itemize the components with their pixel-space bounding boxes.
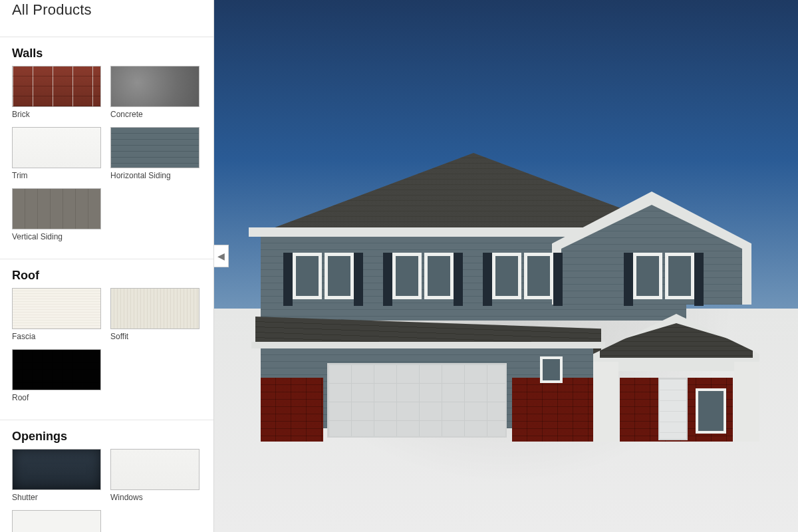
shutter	[694, 253, 704, 306]
section-title: Walls	[12, 47, 201, 61]
swatch-brick[interactable]: Brick	[12, 66, 101, 124]
chevron-left-icon: ◀	[217, 251, 225, 261]
window	[665, 253, 694, 299]
garage-door	[327, 363, 507, 438]
swatch-concrete[interactable]: Concrete	[110, 66, 200, 124]
window	[392, 253, 422, 299]
swatch-thumb	[12, 127, 101, 168]
swatch-thumb	[12, 510, 101, 532]
shutter	[383, 253, 392, 306]
product-sidebar: All Products WallsBrickConcreteTrimHoriz…	[0, 0, 214, 532]
swatch-label: Soffit	[110, 332, 200, 341]
swatch-trim[interactable]: Trim	[12, 127, 101, 186]
swatch-thumb	[12, 66, 101, 107]
section-roof: RoofFasciaSoffitRoof	[0, 259, 213, 420]
swatch-thumb	[110, 288, 200, 329]
swatch-label: Fascia	[12, 332, 101, 341]
shutter	[553, 253, 563, 306]
swatch-label: Horizontal Siding	[110, 171, 200, 180]
window	[492, 253, 521, 299]
section-title: Roof	[12, 269, 201, 283]
brick-right	[512, 378, 593, 442]
sidebar-sections: WallsBrickConcreteTrimHorizontal SidingV…	[0, 37, 213, 532]
swatch-fascia[interactable]: Fascia	[12, 288, 101, 346]
window	[524, 253, 553, 299]
window	[633, 253, 662, 299]
swatch-roof[interactable]: Roof	[12, 349, 101, 408]
swatch-grid: FasciaSoffitRoof	[12, 288, 201, 408]
section-walls: WallsBrickConcreteTrimHorizontal SidingV…	[0, 37, 213, 259]
swatch-label: Shutter	[12, 493, 101, 502]
garage-window	[540, 356, 563, 383]
swatch-label: Vertical Siding	[12, 232, 101, 241]
swatch-thumb	[12, 188, 101, 229]
swatch-item[interactable]	[12, 510, 101, 532]
window	[325, 253, 354, 299]
swatch-thumb	[110, 66, 200, 107]
porch-columns	[593, 362, 759, 442]
swatch-vertical-siding[interactable]: Vertical Siding	[12, 188, 101, 247]
swatch-label: Brick	[12, 110, 101, 119]
section-openings: OpeningsShutterWindows	[0, 420, 213, 532]
sidebar-header: All Products	[0, 0, 213, 37]
swatch-horizontal-siding[interactable]: Horizontal Siding	[110, 127, 200, 186]
brick-left	[261, 378, 323, 442]
collapse-sidebar-button[interactable]: ◀	[214, 245, 229, 267]
shutter	[483, 253, 492, 306]
sidebar-title: All Products	[12, 1, 92, 19]
swatch-label: Roof	[12, 393, 101, 402]
viewport-3d[interactable]: ◀	[214, 0, 798, 532]
porch-column	[593, 362, 618, 442]
swatch-label: Concrete	[110, 110, 200, 119]
app-root: All Products WallsBrickConcreteTrimHoriz…	[0, 0, 798, 532]
swatch-thumb	[12, 288, 101, 329]
swatch-thumb	[12, 349, 101, 390]
swatch-label: Trim	[12, 171, 101, 180]
swatch-windows[interactable]: Windows	[110, 449, 200, 507]
window	[293, 253, 322, 299]
swatch-grid: BrickConcreteTrimHorizontal SidingVertic…	[12, 66, 201, 247]
section-title: Openings	[12, 430, 201, 444]
porch-column	[734, 362, 759, 442]
shutter	[454, 253, 463, 306]
shutter	[624, 253, 633, 306]
swatch-shutter[interactable]: Shutter	[12, 449, 101, 507]
swatch-thumb	[110, 449, 200, 490]
shutter	[354, 253, 363, 306]
swatch-thumb	[110, 127, 200, 168]
swatch-grid: ShutterWindows	[12, 449, 201, 532]
swatch-thumb	[12, 449, 101, 490]
swatch-label: Windows	[110, 493, 200, 502]
lower-eave	[251, 342, 605, 348]
swatch-soffit[interactable]: Soffit	[110, 288, 200, 346]
shutter	[283, 253, 293, 306]
window	[424, 253, 454, 299]
house-model[interactable]	[261, 117, 766, 403]
